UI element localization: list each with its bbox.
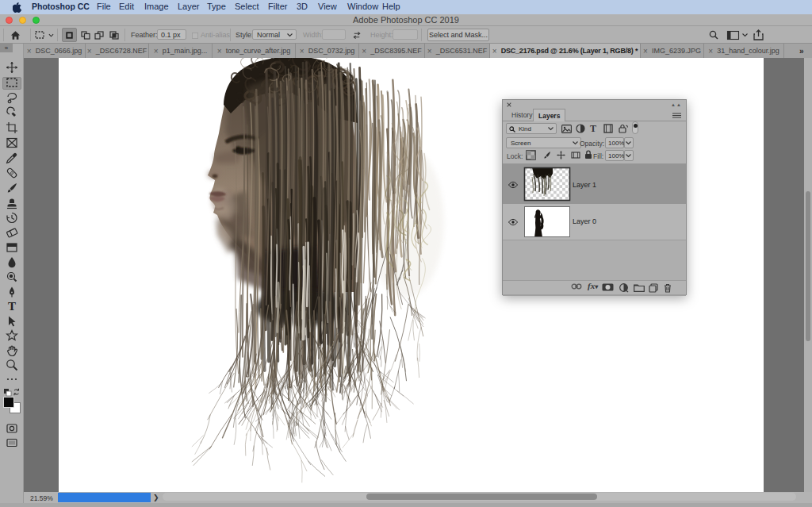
svg-text:T: T [8, 300, 16, 313]
